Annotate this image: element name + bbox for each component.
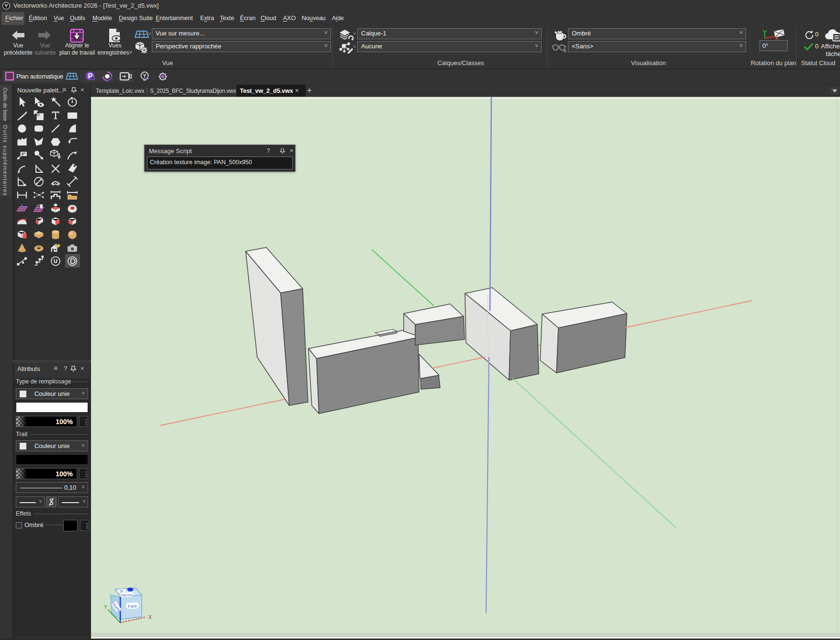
svg-text:Y: Y <box>104 605 107 610</box>
svg-text:Face: Face <box>128 603 137 608</box>
svg-text:X: X <box>148 615 152 620</box>
svg-text:3D: 3D <box>119 589 124 593</box>
